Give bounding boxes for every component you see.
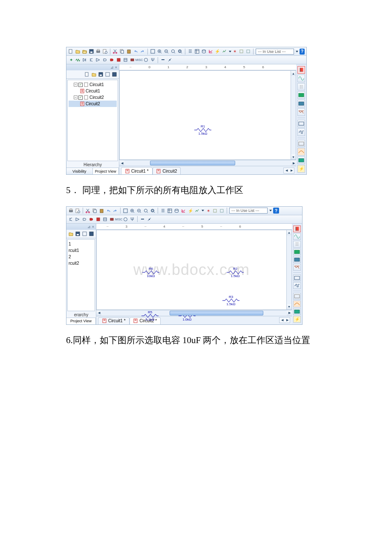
save-icon-2[interactable] [75,231,81,237]
open-icon[interactable] [91,72,97,77]
in-use-dropdown-icon[interactable] [296,51,298,52]
save-icon[interactable] [89,49,94,54]
hierarchy-tree[interactable]: 1 rcuit1 2 rcuit2 [67,239,95,311]
schematic-canvas[interactable]: www.bdocx.com R6 10kΩ R2 1.5kΩ R3 [97,230,286,309]
tab-circuit1[interactable]: Circuit1 * [121,167,153,174]
full-screen-icon[interactable] [150,49,156,54]
tree-row[interactable]: 1 [69,241,94,247]
scroll-left-icon[interactable]: ◀ [96,310,101,316]
iv-analyzer-icon[interactable] [297,148,305,156]
oscilloscope-icon[interactable] [297,91,305,99]
place-rf-icon[interactable] [123,217,128,222]
place-junction-icon[interactable] [147,217,152,222]
word-gen-icon[interactable] [293,275,301,281]
scroll-left-icon[interactable]: ◀ [119,160,124,166]
full-screen-icon[interactable] [123,208,128,214]
spreadsheet-icon[interactable] [167,208,173,214]
zoom-out-icon[interactable] [164,49,169,54]
bode-plotter-icon[interactable] [297,108,305,116]
collapse-icon[interactable]: − [74,95,78,99]
tree-row[interactable]: rcuit1 [69,247,94,254]
refresh-icon[interactable] [112,72,117,77]
place-bus-icon[interactable] [160,57,166,63]
in-use-list-dropdown[interactable]: --- In Use List --- [256,49,294,55]
back-annotate-icon[interactable] [219,208,225,214]
place-analog-icon[interactable] [95,57,101,63]
checkbox-icon[interactable]: ✓ [78,83,83,87]
logic-analyzer-icon[interactable] [297,128,305,136]
tree-row-circuit1[interactable]: − ✓ Circuit1 [69,81,117,88]
schematic-canvas[interactable]: R1 1.5kΩ [120,71,291,159]
logic-converter-icon[interactable] [297,140,305,147]
copy-icon[interactable] [119,49,125,54]
scroll-up-icon[interactable]: ▲ [287,230,291,235]
postprocessor-icon[interactable]: ✶ [205,208,211,214]
multimeter-icon[interactable]: 📕 [293,225,301,232]
horizontal-scrollbar[interactable]: ◀ ▶ [96,310,292,316]
lightning-icon[interactable]: ⚡ [187,208,193,214]
place-misc-icon[interactable]: MISC [116,217,121,222]
function-gen-icon[interactable] [297,75,305,82]
word-gen-icon[interactable] [297,120,305,127]
copy-icon[interactable] [92,208,98,214]
in-use-list-dropdown[interactable]: --- In Use List --- [229,208,268,214]
spectrum-icon[interactable]: ⚡ [297,165,305,173]
zoom-fit-icon[interactable] [150,208,156,214]
horizontal-scrollbar[interactable]: ◀ ▶ [119,160,296,166]
zoom-area-icon[interactable] [143,208,149,214]
spreadsheet-icon[interactable] [194,49,200,54]
wattmeter-icon[interactable]: ☷ [293,241,301,248]
place-analog-icon[interactable] [75,217,81,222]
doc-nav-arrows[interactable]: ◀▶ [279,317,290,323]
bode-plotter-icon[interactable] [293,264,301,271]
undo-icon[interactable] [106,208,111,214]
tree-row-circuit2-child[interactable]: Circuit2 [69,101,117,107]
place-ttl-icon[interactable] [102,57,108,63]
tab-visibility[interactable]: Visibility [66,168,93,174]
new-icon[interactable] [84,72,90,77]
database-icon[interactable] [174,208,179,214]
print-preview-icon[interactable] [75,208,81,214]
place-diode-icon[interactable] [82,57,87,63]
place-misc-digital-icon[interactable] [95,217,101,222]
zoom-in-icon[interactable] [157,49,162,54]
place-cmos-icon[interactable] [89,217,94,222]
analysis-dropdown-icon[interactable] [202,210,204,211]
cut-icon[interactable] [112,49,118,54]
analysis-dropdown-icon[interactable] [229,51,231,52]
spectrum-icon[interactable]: ⚡ [293,316,301,323]
tree-row-circuit2[interactable]: − ✓ Circuit2 [69,94,117,101]
place-rf-icon[interactable] [143,57,149,63]
iv-analyzer-icon[interactable] [293,301,301,307]
zoom-in-icon[interactable] [130,208,135,214]
elec-rules-icon[interactable] [239,49,244,54]
logic-converter-icon[interactable] [293,293,301,300]
vertical-scrollbar[interactable]: ▲ ▼ [291,71,296,159]
place-transistor-icon[interactable] [89,57,94,63]
distortion-icon[interactable] [293,308,301,315]
oscilloscope-icon[interactable] [293,249,301,255]
save-icon-2[interactable] [98,72,104,77]
tree-row[interactable]: 2 [69,254,94,260]
place-indicator-icon[interactable] [130,57,135,63]
multimeter-icon[interactable]: 📕 [297,66,305,74]
analysis-icon[interactable] [194,208,200,214]
place-bus-icon[interactable] [140,217,145,222]
place-electromech-icon[interactable]: Ψ [130,217,135,222]
redo-icon[interactable] [140,49,145,54]
grapher-icon[interactable] [181,208,186,214]
scroll-down-icon[interactable]: ▼ [291,154,296,159]
function-gen-icon[interactable] [293,233,301,240]
zoom-area-icon[interactable] [170,49,176,54]
component-r2[interactable]: R2 1.5kΩ [225,267,246,278]
print-icon[interactable] [68,208,74,214]
component-r6[interactable]: R6 10kΩ [140,267,161,278]
place-mixed-icon[interactable] [123,57,128,63]
open-file-icon[interactable] [75,49,81,54]
help-button[interactable]: ? [300,49,305,55]
component-r3[interactable]: R3 1.5kΩ [220,295,242,306]
in-use-dropdown-icon[interactable] [269,210,272,211]
hierarchy-tree[interactable]: − ✓ Circuit1 Circuit1 − ✓ Circuit2 [67,80,118,161]
open-icon[interactable] [68,231,74,237]
place-junction-icon[interactable] [167,57,173,63]
